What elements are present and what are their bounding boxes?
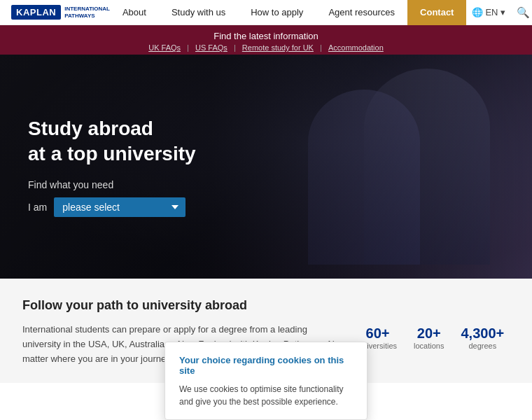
nav-globe[interactable]: 🌐 EN ▾	[466, 7, 510, 18]
hero-content: Study abroad at a top university Find wh…	[28, 116, 504, 218]
hero-title: Study abroad at a top university	[28, 116, 504, 167]
search-icon: 🔍	[517, 6, 530, 18]
banner-link-uk[interactable]: UK FAQs	[148, 43, 181, 52]
stat-locations-label: locations	[414, 342, 444, 350]
stat-degrees-number: 4,300+	[461, 326, 504, 342]
stat-degrees: 4,300+ degrees	[461, 326, 504, 350]
hero-select[interactable]: please select A student A parent or guar…	[54, 197, 186, 217]
separator: |	[187, 43, 189, 52]
header: KAPLAN INTERNATIONAL PATHWAYS About Stud…	[0, 0, 532, 25]
language-label: EN	[485, 7, 498, 18]
main-nav: About Study with us How to apply Agent r…	[110, 0, 532, 25]
hero-select-row: I am please select A student A parent or…	[28, 197, 504, 217]
logo-subtext: INTERNATIONAL PATHWAYS	[64, 6, 110, 19]
stat-locations-number: 20+	[414, 326, 444, 342]
separator: |	[234, 43, 236, 52]
cookie-modal: Your choice regarding cookies on this si…	[164, 342, 368, 383]
nav-study-with-us[interactable]: Study with us	[159, 0, 238, 25]
banner-link-us[interactable]: US FAQs	[195, 43, 227, 52]
cookie-title: Your choice regarding cookies on this si…	[179, 355, 353, 376]
stat-degrees-label: degrees	[461, 342, 504, 350]
nav-agent-resources[interactable]: Agent resources	[316, 0, 407, 25]
info-banner: Find the latest information UK FAQs | US…	[0, 25, 532, 55]
stat-universities-number: 60+	[358, 326, 397, 342]
banner-link-remote[interactable]: Remote study for UK	[242, 43, 314, 52]
stat-locations: 20+ locations	[414, 326, 444, 350]
hero-iam-label: I am	[28, 202, 47, 213]
nav-how-to-apply[interactable]: How to apply	[238, 0, 316, 25]
hero-section: Study abroad at a top university Find wh…	[0, 55, 532, 279]
chevron-down-icon: ▾	[500, 7, 505, 18]
nav-search[interactable]: 🔍	[511, 6, 533, 19]
logo-area: KAPLAN INTERNATIONAL PATHWAYS	[11, 5, 110, 20]
logo-brand[interactable]: KAPLAN	[11, 5, 61, 20]
hero-find-label: Find what you need	[28, 179, 504, 190]
globe-icon: 🌐	[472, 7, 483, 18]
nav-contact[interactable]: Contact	[407, 0, 466, 25]
banner-title: Find the latest information	[0, 31, 532, 41]
nav-about[interactable]: About	[110, 0, 159, 25]
cookie-overlay: Your choice regarding cookies on this si…	[164, 342, 368, 383]
content-title: Follow your path to university abroad	[22, 298, 510, 313]
separator: |	[320, 43, 322, 52]
stats-area: 60+ universities 20+ locations 4,300+ de…	[358, 323, 504, 366]
banner-links: UK FAQs | US FAQs | Remote study for UK …	[0, 43, 532, 52]
banner-link-accommodation[interactable]: Accommodation	[328, 43, 384, 52]
